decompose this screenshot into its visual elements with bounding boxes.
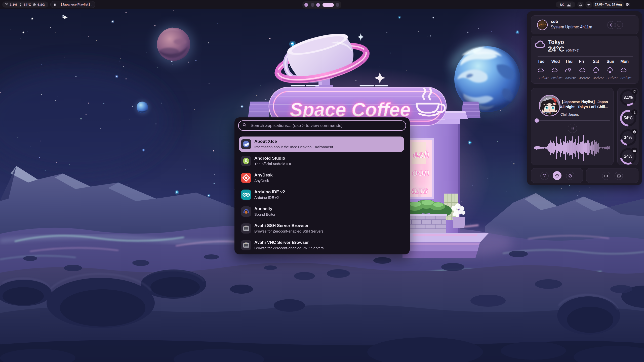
svg-text:oon: oon: [412, 167, 430, 178]
svg-text:esh: esh: [413, 149, 429, 160]
svg-text:Space Coffee: Space Coffee: [290, 99, 411, 120]
